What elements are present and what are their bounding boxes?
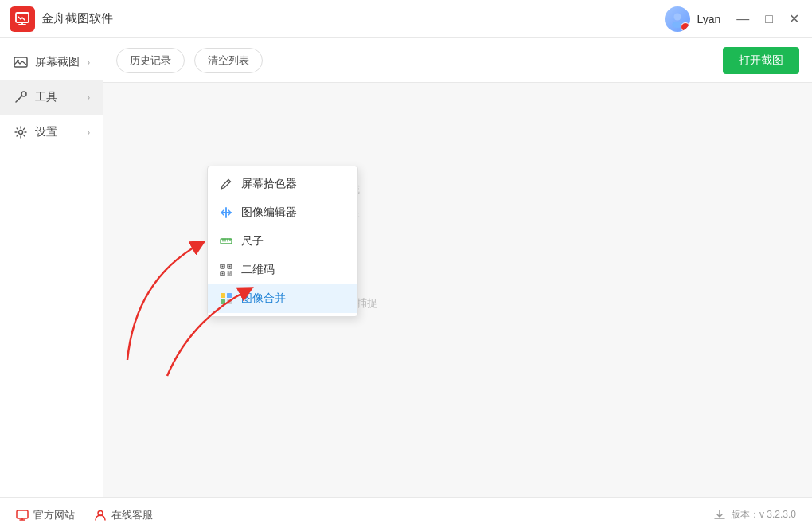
sidebar: 屏幕截图 › 工具 › 设置 › bbox=[0, 38, 103, 497]
chevron-right-tools-icon: › bbox=[88, 93, 90, 102]
monitor-icon bbox=[16, 509, 29, 522]
sidebar-label-settings: 设置 bbox=[35, 125, 57, 139]
person-icon bbox=[94, 509, 107, 522]
app-logo bbox=[10, 6, 35, 32]
content-toolbar: 历史记录 清空列表 打开截图 bbox=[103, 38, 812, 83]
svg-rect-17 bbox=[227, 299, 232, 304]
sidebar-item-tools[interactable]: 工具 › bbox=[0, 80, 103, 115]
avatar bbox=[665, 6, 690, 32]
svg-rect-14 bbox=[221, 293, 225, 298]
close-button[interactable]: ✕ bbox=[786, 10, 802, 28]
svg-rect-12 bbox=[229, 266, 231, 268]
sidebar-item-settings[interactable]: 设置 › bbox=[0, 115, 103, 150]
settings-icon bbox=[13, 124, 29, 140]
footer: 官方网站 在线客服 版本：v 3.2.3.0 bbox=[0, 497, 812, 532]
sidebar-label-tools: 工具 bbox=[35, 90, 57, 104]
qrcode-icon bbox=[219, 263, 233, 277]
user-name: Lyan bbox=[697, 13, 720, 25]
history-button[interactable]: 历史记录 bbox=[116, 48, 185, 73]
menu-label-color-picker: 屏幕拾色器 bbox=[241, 177, 297, 191]
menu-item-image-editor[interactable]: 图像编辑器 bbox=[208, 198, 357, 227]
open-capture-button[interactable]: 打开截图 bbox=[723, 47, 799, 74]
user-area: Lyan bbox=[665, 6, 720, 32]
svg-point-6 bbox=[19, 131, 23, 135]
support-label: 在线客服 bbox=[111, 508, 153, 522]
app-title: 金舟截图软件 bbox=[41, 11, 665, 26]
menu-item-ruler[interactable]: 尺子 bbox=[208, 227, 357, 256]
tools-dropdown-menu: 屏幕拾色器 图像编辑器 bbox=[207, 166, 358, 317]
chevron-right-settings-icon: › bbox=[88, 128, 90, 137]
svg-rect-15 bbox=[227, 293, 232, 298]
menu-item-qrcode[interactable]: 二维码 bbox=[208, 256, 357, 284]
menu-item-image-merge[interactable]: 图像合并 bbox=[208, 284, 357, 313]
menu-label-qrcode: 二维码 bbox=[241, 263, 275, 277]
window-controls: — □ ✕ bbox=[733, 10, 802, 28]
merge-icon bbox=[219, 291, 233, 306]
footer-support[interactable]: 在线客服 bbox=[94, 508, 153, 522]
svg-point-1 bbox=[674, 13, 681, 20]
footer-website[interactable]: 官方网站 bbox=[16, 508, 75, 522]
maximize-button[interactable]: □ bbox=[762, 10, 776, 28]
sidebar-label-screen-capture: 屏幕截图 bbox=[35, 55, 80, 69]
svg-rect-20 bbox=[17, 510, 28, 518]
clear-button[interactable]: 清空列表 bbox=[194, 48, 263, 73]
menu-item-color-picker[interactable]: 屏幕拾色器 bbox=[208, 170, 357, 198]
footer-version: 版本：v 3.2.3.0 bbox=[713, 508, 796, 522]
sidebar-item-screen-capture[interactable]: 屏幕截图 › bbox=[0, 45, 103, 80]
arrows-icon bbox=[219, 205, 233, 220]
content-area: 区域 捕捉 Print Screen Alt + Print Screen Sh… bbox=[103, 83, 812, 497]
image-icon bbox=[13, 54, 29, 70]
title-bar: 金舟截图软件 Lyan — □ ✕ bbox=[0, 0, 812, 38]
chevron-right-icon: › bbox=[88, 58, 90, 67]
svg-point-4 bbox=[17, 60, 19, 62]
svg-rect-13 bbox=[222, 273, 224, 275]
version-label: 版本：v 3.2.3.0 bbox=[731, 508, 796, 522]
menu-label-image-merge: 图像合并 bbox=[241, 291, 286, 306]
menu-label-ruler: 尺子 bbox=[241, 234, 264, 248]
minimize-button[interactable]: — bbox=[733, 10, 752, 28]
content-wrapper: 历史记录 清空列表 打开截图 区域 捕捉 Print Screen Alt + … bbox=[103, 38, 812, 497]
download-icon bbox=[713, 509, 726, 522]
website-label: 官方网站 bbox=[33, 508, 75, 522]
menu-label-image-editor: 图像编辑器 bbox=[241, 205, 297, 220]
tools-icon bbox=[13, 89, 29, 105]
svg-rect-11 bbox=[222, 266, 224, 268]
pencil-icon bbox=[219, 177, 233, 191]
avatar-badge bbox=[681, 22, 690, 32]
svg-rect-16 bbox=[221, 299, 225, 304]
ruler-icon bbox=[219, 234, 233, 248]
